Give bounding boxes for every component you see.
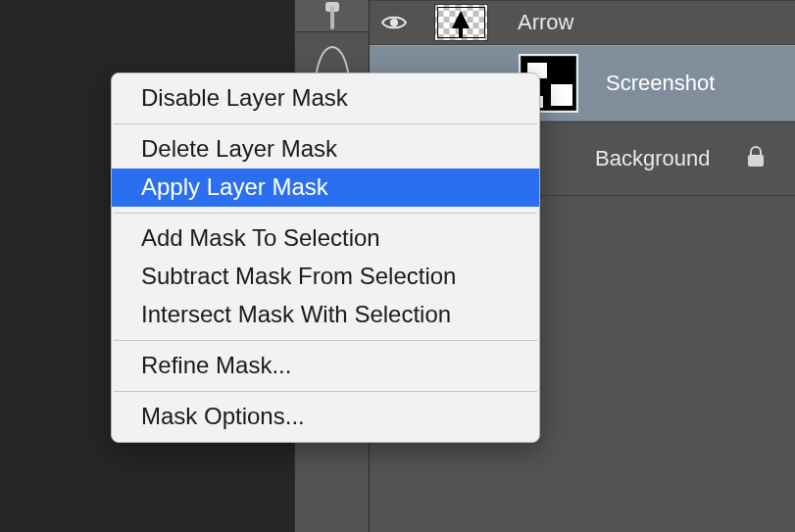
lock-icon[interactable] — [746, 146, 766, 172]
svg-point-0 — [390, 19, 398, 26]
eye-icon — [381, 14, 407, 31]
menu-separator — [114, 123, 537, 124]
layer-name[interactable]: Screenshot — [606, 71, 715, 96]
visibility-toggle[interactable] — [370, 14, 419, 31]
menu-item-add-mask-to-selection[interactable]: Add Mask To Selection — [112, 219, 539, 258]
tool-slot-top[interactable] — [295, 0, 369, 32]
menu-item-disable-layer-mask[interactable]: Disable Layer Mask — [112, 79, 539, 118]
menu-separator — [114, 391, 537, 392]
menu-separator — [114, 340, 537, 341]
menu-item-subtract-mask-from-selection[interactable]: Subtract Mask From Selection — [112, 258, 539, 296]
wand-icon — [323, 2, 342, 29]
menu-item-mask-options[interactable]: Mask Options... — [112, 398, 539, 436]
layer-name[interactable]: Arrow — [518, 10, 573, 35]
svg-rect-1 — [748, 155, 764, 167]
menu-item-refine-mask[interactable]: Refine Mask... — [112, 347, 539, 385]
layer-thumbnail[interactable] — [434, 4, 488, 41]
menu-item-intersect-mask-with-selection[interactable]: Intersect Mask With Selection — [112, 296, 539, 334]
menu-item-apply-layer-mask[interactable]: Apply Layer Mask — [112, 169, 539, 207]
menu-separator — [114, 213, 537, 214]
menu-item-delete-layer-mask[interactable]: Delete Layer Mask — [112, 130, 539, 169]
layer-row-arrow[interactable]: Arrow — [370, 0, 795, 45]
layer-name[interactable]: Background — [595, 146, 710, 171]
layer-mask-context-menu: Disable Layer Mask Delete Layer Mask App… — [111, 73, 540, 443]
